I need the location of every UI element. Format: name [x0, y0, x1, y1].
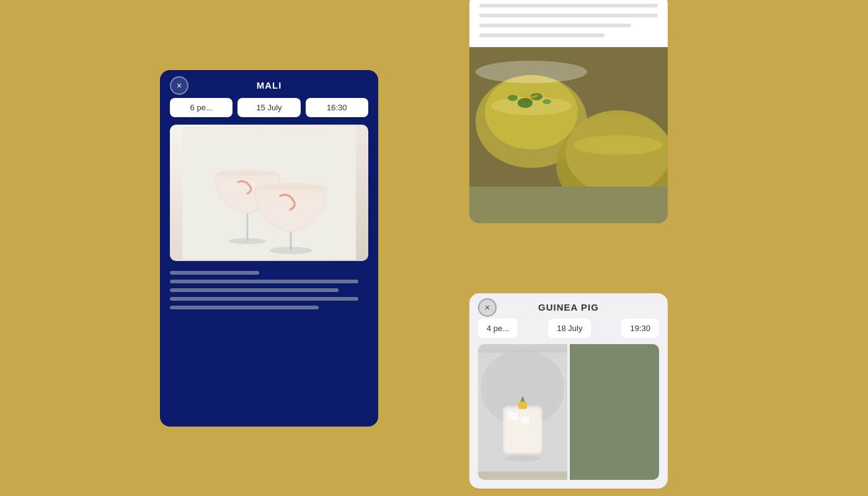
purple-text-2 [479, 14, 658, 17]
mali-card-image [170, 125, 368, 261]
guinea-pig-card-tags: 4 pe... 18 July 19:30 [478, 319, 659, 338]
guinea-card-image [478, 344, 659, 480]
mali-date-tag[interactable]: 15 July [237, 98, 300, 117]
text-line-1 [170, 271, 259, 275]
svg-point-30 [505, 456, 541, 462]
mali-guests-tag[interactable]: 6 pe... [170, 98, 232, 117]
guinea-pig-card: × GUINEA PIG 4 pe... 18 July 19:30 [469, 293, 668, 489]
guinea-sage-green-panel [570, 344, 659, 480]
svg-point-3 [229, 238, 266, 244]
text-line-3 [170, 288, 339, 292]
guinea-guests-tag[interactable]: 4 pe... [478, 319, 518, 338]
purple-card [469, 0, 668, 223]
guinea-pig-close-button[interactable]: × [478, 298, 497, 317]
guinea-pig-card-header: × GUINEA PIG [478, 302, 659, 312]
svg-point-18 [476, 61, 587, 83]
purple-text-1 [479, 4, 658, 7]
purple-text-3 [479, 24, 631, 27]
svg-rect-24 [508, 412, 518, 420]
svg-rect-26 [518, 402, 526, 409]
text-line-4 [170, 297, 358, 301]
text-line-2 [170, 280, 358, 283]
svg-point-6 [270, 247, 312, 254]
svg-point-10 [491, 97, 572, 115]
mali-card: × MALI 6 pe... 15 July 16:30 [160, 70, 378, 427]
guinea-cocktail-photo [478, 344, 567, 480]
text-line-5 [170, 306, 319, 309]
purple-card-text-section [469, 0, 668, 47]
mali-card-header: × MALI [170, 80, 368, 91]
purple-text-4 [479, 33, 604, 37]
mali-card-description [170, 268, 368, 312]
soup-svg [469, 47, 668, 187]
svg-rect-25 [521, 417, 529, 424]
mali-card-tags: 6 pe... 15 July 16:30 [170, 98, 368, 117]
svg-point-14 [542, 99, 551, 104]
mali-card-title: MALI [257, 80, 282, 91]
guinea-time-tag[interactable]: 19:30 [621, 319, 659, 338]
purple-card-image [469, 47, 668, 223]
mali-close-button[interactable]: × [170, 76, 188, 95]
svg-point-11 [518, 98, 533, 108]
svg-point-17 [574, 135, 663, 155]
cocktail-glasses-svg [182, 126, 356, 260]
creamy-cocktail-svg [478, 344, 567, 480]
svg-point-12 [508, 95, 518, 101]
guinea-date-tag[interactable]: 18 July [548, 319, 591, 338]
cocktail-illustration [170, 125, 368, 261]
mali-time-tag[interactable]: 16:30 [306, 98, 368, 117]
guinea-pig-card-title: GUINEA PIG [538, 302, 599, 312]
